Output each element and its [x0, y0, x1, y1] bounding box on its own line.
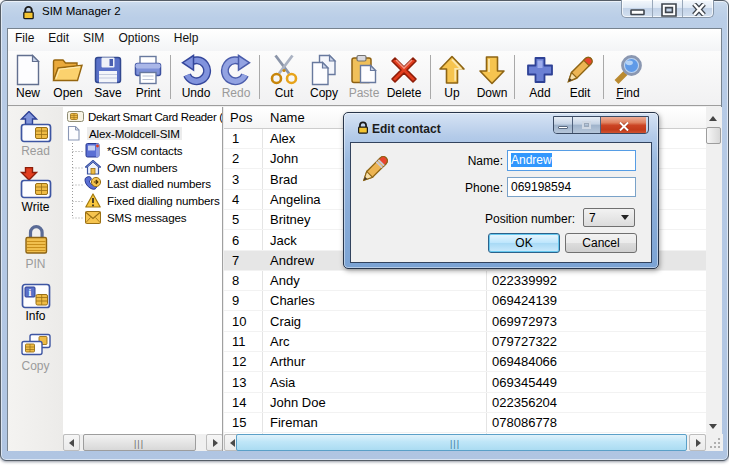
svg-text:i: i: [28, 286, 31, 297]
